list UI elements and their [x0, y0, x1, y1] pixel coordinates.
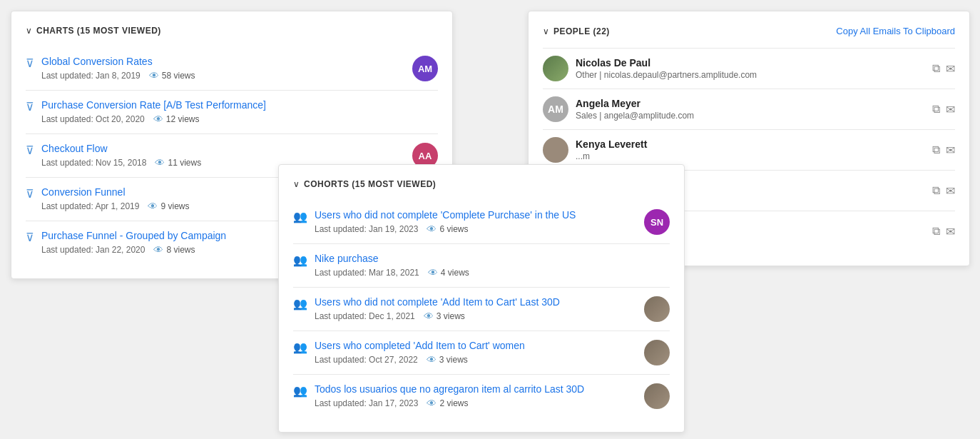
funnel-icon: ⊽ [26, 143, 34, 157]
person-left: Kenya Leverett ...m [543, 137, 647, 163]
cohort-views: 3 views [437, 311, 465, 321]
eye-icon: 👁 [428, 267, 438, 278]
email-icon[interactable]: ✉ [946, 225, 955, 238]
person-info: Kenya Leverett ...m [576, 138, 647, 161]
person-item: Nicolas De Paul Other | nicolas.depaul@p… [543, 48, 955, 89]
cohort-item-left: 👥 Todos los usuarios que no agregaron it… [293, 383, 644, 409]
copy-icon[interactable]: ⧉ [932, 103, 940, 116]
views-badge: 👁 8 views [153, 244, 195, 256]
person-left: Nicolas De Paul Other | nicolas.depaul@p… [543, 56, 757, 81]
cohort-views: 3 views [439, 355, 468, 365]
cohort-item: 👥 Users who completed 'Add Item to Cart'… [293, 330, 670, 374]
cohorts-section-header: ∨ COHORTS (15 MOST VIEWED) [293, 179, 670, 189]
person-avatar: AM [543, 96, 568, 122]
avatar: AM [412, 56, 438, 81]
cohorts-chevron-icon[interactable]: ∨ [293, 179, 300, 189]
cohort-views-badge: 👁 2 views [427, 398, 468, 409]
person-item: AM Angela Meyer Sales | angela@amplitude… [543, 89, 955, 129]
cohort-item-left: 👥 Nike purchase Last updated: Mar 18, 20… [293, 253, 670, 278]
chart-views: 11 views [168, 158, 201, 168]
chart-meta: Last updated: Jan 8, 2019 👁 58 views [41, 70, 412, 81]
copy-emails-button[interactable]: Copy All Emails To Clipboard [836, 26, 955, 36]
chart-last-updated: Last updated: Jan 22, 2020 [41, 245, 145, 255]
person-actions: ⧉ ✉ [932, 103, 955, 116]
cohorts-panel: ∨ COHORTS (15 MOST VIEWED) 👥 Users who d… [278, 164, 685, 433]
cohort-item-left: 👥 Users who did not complete 'Add Item t… [293, 296, 644, 322]
cohort-views: 4 views [441, 268, 469, 278]
charts-section-title: CHARTS (15 MOST VIEWED) [36, 26, 161, 36]
copy-icon[interactable]: ⧉ [932, 62, 940, 76]
chart-views: 12 views [166, 114, 200, 124]
cohort-item: 👥 Users who did not complete 'Add Item t… [293, 287, 670, 330]
chart-last-updated: Last updated: Apr 1, 2019 [41, 201, 139, 211]
charts-chevron-icon[interactable]: ∨ [26, 26, 32, 36]
cohort-last-updated: Last updated: Jan 19, 2023 [315, 224, 418, 234]
chart-name[interactable]: Purchase Conversion Rate [A/B Test Perfo… [41, 99, 438, 111]
cohort-info: Nike purchase Last updated: Mar 18, 2021… [315, 253, 670, 278]
cohorts-section-title: COHORTS (15 MOST VIEWED) [304, 179, 436, 189]
chart-item-left: ⊽ Purchase Conversion Rate [A/B Test Per… [26, 99, 438, 125]
cohort-last-updated: Last updated: Dec 1, 2021 [315, 311, 415, 321]
person-name: Kenya Leverett [576, 138, 647, 150]
funnel-icon: ⊽ [26, 231, 34, 244]
chart-info: Global Conversion Rates Last updated: Ja… [41, 56, 412, 81]
chart-item: ⊽ Purchase Conversion Rate [A/B Test Per… [26, 90, 438, 133]
views-badge: 👁 12 views [153, 113, 200, 125]
cohort-item-left: 👥 Users who did not complete 'Complete P… [293, 209, 644, 235]
eye-icon: 👁 [155, 157, 165, 168]
cohort-views-badge: 👁 3 views [427, 354, 468, 365]
cohort-meta: Last updated: Jan 17, 2023 👁 2 views [315, 398, 644, 409]
views-badge: 👁 9 views [148, 201, 189, 212]
email-icon[interactable]: ✉ [946, 184, 955, 198]
cohort-name[interactable]: Users who completed 'Add Item to Cart' w… [315, 340, 644, 351]
copy-icon[interactable]: ⧉ [932, 225, 940, 238]
chart-last-updated: Last updated: Jan 8, 2019 [41, 71, 141, 81]
people-chevron-icon[interactable]: ∨ [543, 26, 549, 36]
cohort-name[interactable]: Users who did not complete 'Complete Pur… [315, 209, 644, 221]
chart-last-updated: Last updated: Nov 15, 2018 [41, 158, 146, 168]
cohort-item: 👥 Nike purchase Last updated: Mar 18, 20… [293, 243, 670, 287]
person-avatar [543, 137, 568, 163]
cohort-meta: Last updated: Mar 18, 2021 👁 4 views [315, 267, 670, 278]
cohort-meta: Last updated: Oct 27, 2022 👁 3 views [315, 354, 644, 365]
person-left: AM Angela Meyer Sales | angela@amplitude… [543, 96, 694, 122]
chart-meta: Last updated: Oct 20, 2020 👁 12 views [41, 113, 438, 125]
chart-name[interactable]: Global Conversion Rates [41, 56, 412, 67]
eye-icon: 👁 [427, 223, 437, 235]
cohorts-list: 👥 Users who did not complete 'Complete P… [293, 201, 670, 418]
cohort-icon: 👥 [293, 340, 307, 354]
views-badge: 👁 11 views [155, 157, 201, 168]
cohort-icon: 👥 [293, 210, 307, 223]
avatar [644, 340, 670, 365]
avatar [644, 383, 670, 409]
funnel-icon: ⊽ [26, 187, 34, 201]
cohort-views-badge: 👁 6 views [427, 223, 468, 235]
person-name: Nicolas De Paul [576, 57, 757, 69]
chart-views: 58 views [162, 71, 195, 81]
eye-icon: 👁 [153, 113, 163, 125]
chart-views: 9 views [160, 201, 189, 211]
email-icon[interactable]: ✉ [946, 143, 955, 157]
person-info: Nicolas De Paul Other | nicolas.depaul@p… [576, 57, 757, 80]
cohort-views: 2 views [439, 398, 468, 408]
person-detail: ...m [576, 151, 647, 161]
people-section-title: PEOPLE (22) [553, 26, 610, 36]
cohort-name[interactable]: Users who did not complete 'Add Item to … [315, 296, 644, 308]
funnel-icon: ⊽ [26, 100, 34, 113]
email-icon[interactable]: ✉ [946, 62, 955, 76]
copy-icon[interactable]: ⧉ [932, 143, 940, 157]
email-icon[interactable]: ✉ [946, 103, 955, 116]
chart-name[interactable]: Checkout Flow [41, 143, 412, 154]
cohort-views-badge: 👁 4 views [428, 267, 469, 278]
person-actions: ⧉ ✉ [932, 184, 955, 198]
person-actions: ⧉ ✉ [932, 143, 955, 157]
cohort-name[interactable]: Nike purchase [315, 253, 670, 264]
people-section-header: ∨ PEOPLE (22) [543, 26, 610, 36]
eye-icon: 👁 [424, 311, 434, 322]
cohort-name[interactable]: Todos los usuarios que no agregaron item… [315, 383, 644, 395]
eye-icon: 👁 [148, 201, 158, 212]
copy-icon[interactable]: ⧉ [932, 184, 940, 198]
avatar [644, 296, 670, 322]
cohort-last-updated: Last updated: Mar 18, 2021 [315, 268, 419, 278]
chart-item: ⊽ Global Conversion Rates Last updated: … [26, 47, 438, 90]
